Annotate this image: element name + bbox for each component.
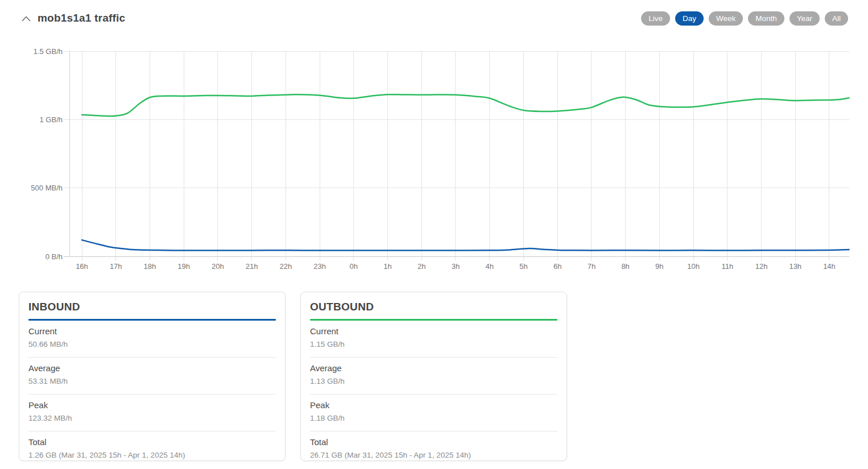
x-axis-label: 12h <box>755 262 768 271</box>
stat-label: Total <box>310 437 557 447</box>
stat-value: 1.15 GB/h <box>310 340 557 348</box>
x-axis-label: 18h <box>144 262 156 271</box>
stat-label: Average <box>28 363 276 373</box>
x-axis-label: 16h <box>76 262 88 271</box>
range-button-all[interactable]: All <box>825 11 848 26</box>
outbound-peak-row: Peak 1.18 GB/h <box>310 395 557 431</box>
chevron-up-icon <box>22 16 31 22</box>
panel-header: mob1s1a1 traffic Live Day Week Month Yea… <box>0 0 868 36</box>
y-axis-label: 1 GB/h <box>40 115 63 124</box>
range-button-week[interactable]: Week <box>709 11 743 26</box>
stat-label: Current <box>310 326 557 336</box>
stat-value: 53.31 MB/h <box>28 377 276 385</box>
x-axis-label: 20h <box>212 262 224 271</box>
range-button-year[interactable]: Year <box>790 11 820 26</box>
range-button-day[interactable]: Day <box>675 11 704 26</box>
x-axis-label: 23h <box>313 262 326 271</box>
x-axis-label: 8h <box>621 262 629 271</box>
outbound-average-row: Average 1.13 GB/h <box>310 358 557 395</box>
stat-label: Current <box>28 326 276 336</box>
inbound-current-row: Current 50.66 MB/h <box>28 321 276 358</box>
x-axis-label: 6h <box>553 262 561 271</box>
outbound-card: OUTBOUND Current 1.15 GB/h Average 1.13 … <box>300 292 567 461</box>
x-axis-label: 5h <box>519 262 527 271</box>
stat-label: Peak <box>310 400 557 410</box>
range-button-group: Live Day Week Month Year All <box>641 11 848 26</box>
stat-label: Peak <box>28 400 276 410</box>
collapse-toggle-button[interactable] <box>20 15 32 23</box>
x-axis-label: 11h <box>721 262 733 271</box>
x-axis-label: 17h <box>110 262 122 271</box>
y-axis-label: 1.5 GB/h <box>34 47 63 56</box>
x-axis-label: 7h <box>588 262 596 271</box>
x-axis-label: 4h <box>485 262 493 271</box>
panel-title: mob1s1a1 traffic <box>38 12 125 24</box>
stat-value: 1.26 GB (Mar 31, 2025 15h - Apr 1, 2025 … <box>28 451 276 459</box>
x-axis-label: 13h <box>789 262 801 271</box>
traffic-summary-cards: INBOUND Current 50.66 MB/h Average 53.31… <box>0 275 868 461</box>
traffic-chart[interactable]: 16h17h18h19h20h21h22h23h0h1h2h3h4h5h6h7h… <box>0 36 868 275</box>
outbound-card-title: OUTBOUND <box>310 301 557 313</box>
x-axis-label: 0h <box>350 262 358 271</box>
stat-value: 50.66 MB/h <box>28 340 276 348</box>
inbound-card-title: INBOUND <box>28 301 276 313</box>
outbound-total-row: Total 26.71 GB (Mar 31, 2025 15h - Apr 1… <box>310 431 557 468</box>
range-button-live[interactable]: Live <box>641 11 670 26</box>
y-axis-label: 500 MB/h <box>31 184 63 192</box>
stat-label: Average <box>310 363 557 373</box>
inbound-average-row: Average 53.31 MB/h <box>28 358 276 395</box>
inbound-peak-row: Peak 123.32 MB/h <box>28 395 276 431</box>
stat-value: 1.13 GB/h <box>310 377 557 385</box>
x-axis-label: 9h <box>655 262 663 271</box>
x-axis-label: 19h <box>177 262 190 271</box>
x-axis-label: 10h <box>687 262 700 271</box>
x-axis-label: 21h <box>246 262 258 271</box>
stat-value: 123.32 MB/h <box>28 414 276 422</box>
x-axis-label: 14h <box>823 262 836 271</box>
outbound-line <box>82 94 849 116</box>
range-button-month[interactable]: Month <box>748 11 784 26</box>
inbound-total-row: Total 1.26 GB (Mar 31, 2025 15h - Apr 1,… <box>28 431 276 468</box>
outbound-current-row: Current 1.15 GB/h <box>310 321 557 358</box>
stat-value: 1.18 GB/h <box>310 414 557 422</box>
x-axis-label: 1h <box>383 262 391 271</box>
x-axis-label: 3h <box>452 262 460 271</box>
traffic-chart-svg: 16h17h18h19h20h21h22h23h0h1h2h3h4h5h6h7h… <box>0 36 868 275</box>
y-axis-label: 0 B/h <box>46 252 63 261</box>
stat-label: Total <box>28 437 276 447</box>
inbound-card: INBOUND Current 50.66 MB/h Average 53.31… <box>19 292 286 461</box>
x-axis-label: 2h <box>418 262 425 271</box>
inbound-line <box>82 240 849 250</box>
stat-value: 26.71 GB (Mar 31, 2025 15h - Apr 1, 2025… <box>310 451 557 459</box>
x-axis-label: 22h <box>280 262 292 271</box>
